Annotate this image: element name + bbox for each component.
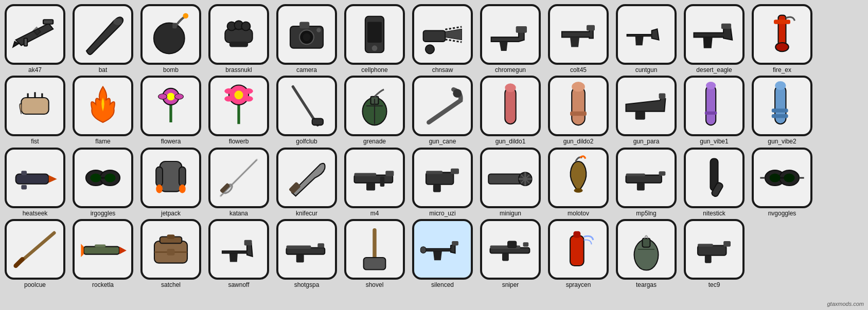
svg-rect-142: [705, 256, 712, 263]
weapon-item-bomb[interactable]: bomb: [138, 4, 204, 74]
weapon-label-mp5lng: mp5lng: [636, 210, 656, 217]
weapon-label-flame: flame: [95, 138, 110, 145]
svg-point-42: [244, 96, 253, 102]
svg-rect-19: [423, 31, 446, 42]
weapon-label-gun_cane: gun_cane: [429, 138, 456, 145]
weapon-item-mp5lng[interactable]: mp5lng: [613, 148, 679, 217]
weapon-item-teargas[interactable]: teargas: [613, 219, 679, 288]
weapon-item-gun_vibe2[interactable]: gun_vibe2: [749, 76, 815, 145]
weapon-item-heatseek[interactable]: heatseek: [2, 148, 68, 217]
weapon-item-satchel[interactable]: satchel: [138, 219, 204, 288]
weapon-item-flowerb[interactable]: flowerb: [206, 76, 272, 145]
weapon-icon-poolcue: [5, 219, 65, 280]
weapon-label-shovel: shovel: [366, 281, 384, 288]
weapon-icon-gun_cane: [412, 76, 473, 136]
svg-point-41: [224, 96, 233, 102]
weapon-item-irgoggles[interactable]: irgoggles: [70, 148, 136, 217]
weapon-item-spraycen[interactable]: spraycen: [545, 219, 611, 288]
weapon-item-sniper[interactable]: sniper: [477, 219, 543, 288]
weapon-item-grenade[interactable]: grenade: [342, 76, 408, 145]
weapon-icon-flame: [73, 76, 133, 136]
weapon-label-poolcue: poolcue: [24, 281, 46, 288]
svg-rect-124: [317, 243, 324, 248]
svg-rect-88: [451, 169, 459, 174]
svg-rect-54: [570, 112, 587, 116]
weapon-item-gun_dildo1[interactable]: gun_dildo1: [477, 76, 543, 145]
weapon-item-molotov[interactable]: molotov: [545, 148, 611, 217]
weapon-icon-colt45: [548, 4, 609, 65]
weapon-item-tec9[interactable]: tec9: [681, 219, 747, 288]
weapon-icon-sniper: [480, 219, 541, 280]
weapon-item-ak47[interactable]: ak47: [2, 4, 68, 74]
weapon-item-gun_para[interactable]: gun_para: [613, 76, 679, 145]
svg-rect-57: [706, 86, 716, 125]
weapon-item-fist[interactable]: fist: [2, 76, 68, 145]
svg-rect-74: [179, 167, 186, 186]
weapon-icon-spraycen: [548, 219, 609, 280]
svg-rect-134: [508, 241, 517, 248]
weapon-label-heatseek: heatseek: [23, 210, 48, 217]
weapon-item-camera[interactable]: camera: [274, 4, 340, 74]
svg-point-13: [303, 33, 311, 41]
weapon-item-silenced[interactable]: silenced: [410, 219, 475, 288]
weapon-item-shotgspa[interactable]: shotgspa: [274, 219, 340, 288]
svg-point-38: [234, 91, 243, 100]
svg-rect-63: [772, 114, 788, 118]
svg-rect-141: [723, 241, 731, 247]
weapon-item-jetpack[interactable]: jetpack: [138, 148, 204, 217]
weapon-item-colt45[interactable]: colt45: [545, 4, 611, 74]
svg-rect-60: [775, 86, 786, 124]
svg-rect-132: [523, 242, 529, 247]
weapon-label-bat: bat: [99, 66, 108, 74]
weapon-item-minigun[interactable]: minigun: [477, 148, 543, 217]
weapon-item-fire_ex[interactable]: fire_ex: [749, 4, 815, 74]
weapon-icon-satchel: [140, 219, 201, 280]
weapon-item-nitestick[interactable]: nitestick: [681, 148, 747, 217]
svg-rect-129: [452, 241, 458, 246]
weapon-label-brassnukl: brassnukl: [225, 66, 252, 74]
weapon-icon-flowera: [140, 76, 201, 136]
weapon-icon-chromegun: [480, 4, 541, 65]
weapon-icon-nvgoggles: [752, 148, 812, 208]
svg-rect-86: [380, 177, 385, 187]
weapon-item-sawnoff[interactable]: sawnoff: [206, 219, 272, 288]
weapon-icon-sawnoff: [208, 219, 269, 280]
weapon-item-rocketla[interactable]: rocketla: [70, 219, 136, 288]
weapon-item-flame[interactable]: flame: [70, 76, 136, 145]
weapon-item-m4[interactable]: m4: [342, 148, 408, 217]
weapon-item-chromegun[interactable]: chromegun: [477, 4, 543, 74]
weapon-icon-gun_para: [616, 76, 677, 136]
svg-point-15: [316, 28, 321, 32]
svg-point-58: [706, 82, 716, 89]
weapon-item-katana[interactable]: katana: [206, 148, 272, 217]
weapon-icon-camera: [276, 4, 337, 65]
svg-point-2: [113, 19, 122, 25]
svg-point-53: [572, 82, 585, 92]
weapon-label-gun_dildo2: gun_dildo2: [563, 138, 594, 145]
svg-point-71: [104, 173, 115, 182]
weapon-item-bat[interactable]: bat: [70, 4, 136, 74]
weapon-item-chnsaw[interactable]: chnsaw: [410, 4, 475, 74]
weapon-icon-knifecur: [276, 148, 337, 208]
weapon-item-flowera[interactable]: flowera: [138, 76, 204, 145]
weapon-item-golfclub[interactable]: golfclub: [274, 76, 340, 145]
weapon-icon-gun_dildo2: [548, 76, 609, 136]
weapon-grid: ak47batbombbrassnuklcameracellphonechnsa…: [0, 0, 868, 293]
weapon-item-nvgoggles[interactable]: nvgoggles: [749, 148, 815, 217]
weapon-label-fist: fist: [31, 138, 39, 145]
weapon-item-gun_vibe1[interactable]: gun_vibe1: [681, 76, 747, 145]
weapon-item-desert_eagle[interactable]: desert_eagle: [681, 4, 747, 74]
weapon-item-micro_uzi[interactable]: micro_uzi: [410, 148, 475, 217]
weapon-item-cuntgun[interactable]: cuntgun: [613, 4, 679, 74]
weapon-item-knifecur[interactable]: knifecur: [274, 148, 340, 217]
svg-point-51: [505, 84, 516, 93]
weapon-label-tec9: tec9: [708, 281, 720, 288]
svg-point-33: [167, 93, 175, 101]
weapon-item-gun_cane[interactable]: gun_cane: [410, 76, 475, 145]
weapon-item-shovel[interactable]: shovel: [342, 219, 408, 288]
weapon-item-brassnukl[interactable]: brassnukl: [206, 4, 272, 74]
weapon-item-gun_dildo2[interactable]: gun_dildo2: [545, 76, 611, 145]
weapon-item-poolcue[interactable]: poolcue: [2, 219, 68, 288]
weapon-item-cellphone[interactable]: cellphone: [342, 4, 408, 74]
svg-point-9: [241, 22, 250, 30]
